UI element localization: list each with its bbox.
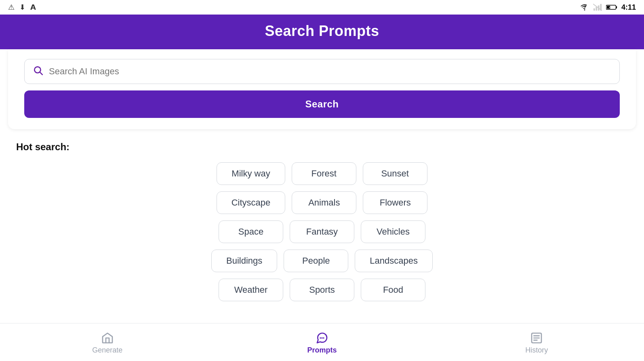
- svg-rect-7: [616, 6, 617, 8]
- tags-row-4: Buildings People Landscapes: [211, 250, 433, 272]
- status-bar-left: ⚠ ⬇ 𝗔: [8, 3, 36, 12]
- page-header: Search Prompts: [0, 15, 644, 49]
- hot-search-section: Hot search: Milky way Forest Sunset City…: [0, 129, 644, 323]
- tag-people[interactable]: People: [284, 250, 348, 272]
- tag-buildings[interactable]: Buildings: [211, 250, 277, 272]
- tag-flowers[interactable]: Flowers: [363, 191, 427, 214]
- home-icon: [101, 332, 114, 344]
- tag-landscapes[interactable]: Landscapes: [355, 250, 433, 272]
- tags-row-3: Space Fantasy Vehicles: [219, 220, 425, 243]
- tag-space[interactable]: Space: [219, 220, 283, 243]
- tags-row-2: Cityscape Animals Flowers: [217, 191, 428, 214]
- svg-rect-2: [596, 7, 597, 10]
- tag-vehicles[interactable]: Vehicles: [361, 220, 425, 243]
- search-section: Search: [8, 49, 636, 129]
- tag-sunset[interactable]: Sunset: [363, 162, 427, 185]
- tags-container: Milky way Forest Sunset Cityscape Animal…: [16, 162, 628, 301]
- hot-search-label: Hot search:: [16, 141, 628, 153]
- battery-icon: [606, 4, 617, 11]
- tag-food[interactable]: Food: [361, 279, 425, 301]
- nav-history[interactable]: History: [429, 328, 644, 358]
- tag-weather[interactable]: Weather: [219, 279, 283, 301]
- download-icon: ⬇: [19, 3, 25, 12]
- search-input-wrapper: [24, 59, 620, 84]
- nav-prompts-label: Prompts: [307, 346, 337, 355]
- svg-point-0: [584, 9, 585, 10]
- signal-icon: [593, 4, 602, 11]
- tag-fantasy[interactable]: Fantasy: [290, 220, 354, 243]
- alert-icon: ⚠: [8, 3, 15, 12]
- tag-sports[interactable]: Sports: [290, 279, 354, 301]
- nav-prompts[interactable]: Prompts: [215, 328, 429, 358]
- wifi-icon: [580, 4, 589, 11]
- search-button[interactable]: Search: [24, 90, 620, 118]
- nav-generate[interactable]: Generate: [0, 328, 215, 358]
- page-title: Search Prompts: [0, 23, 644, 40]
- search-input[interactable]: [49, 66, 611, 77]
- tag-cityscape[interactable]: Cityscape: [217, 191, 286, 214]
- time-display: 4:11: [621, 3, 636, 12]
- app-container: Search Prompts Search Hot search: Milky …: [0, 15, 644, 361]
- status-bar: ⚠ ⬇ 𝗔 4:11: [0, 0, 644, 15]
- nav-generate-label: Generate: [92, 346, 122, 355]
- search-icon: [33, 65, 43, 78]
- tags-row-5: Weather Sports Food: [219, 279, 425, 301]
- tags-row-1: Milky way Forest Sunset: [217, 162, 427, 185]
- svg-rect-1: [593, 8, 595, 11]
- tag-forest[interactable]: Forest: [292, 162, 356, 185]
- bottom-nav: Generate Prompts History: [0, 323, 644, 361]
- prompts-icon: [316, 332, 328, 344]
- svg-line-10: [40, 72, 42, 75]
- tag-milky-way[interactable]: Milky way: [217, 162, 285, 185]
- nav-history-label: History: [525, 346, 548, 355]
- history-icon: [530, 332, 543, 344]
- tag-animals[interactable]: Animals: [292, 191, 356, 214]
- status-bar-right: 4:11: [580, 3, 636, 12]
- font-icon: 𝗔: [30, 3, 36, 12]
